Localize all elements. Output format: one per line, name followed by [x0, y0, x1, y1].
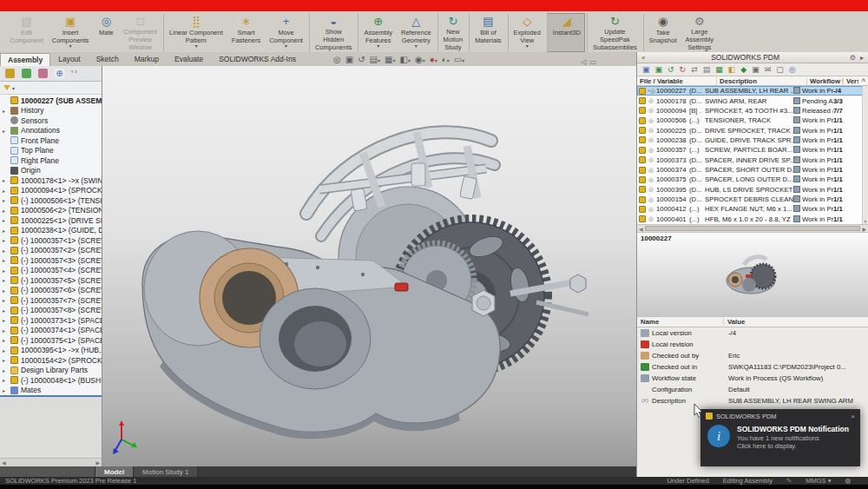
pdm-vertical-scrollbar[interactable]: ▼ [862, 86, 868, 224]
pdm-file-row[interactable]: ◎ 10000373 (D... SPACER, INNER DRIVE SP.… [637, 155, 868, 165]
tree-item[interactable]: ▸ (-) 10000357<7> (SCREW, P. [0, 295, 102, 306]
highlighted-part[interactable] [395, 283, 408, 291]
tree-item[interactable]: ▸ (-) 10000357<1> (SCREW, P. [0, 235, 102, 246]
ribbon-button[interactable]: ◒ Show Hidden Components [309, 13, 357, 52]
tree-item[interactable]: Right Plane [0, 155, 102, 166]
assembly-model[interactable] [102, 66, 636, 466]
expand-arrow-icon[interactable]: ▸ [3, 108, 8, 114]
dimxpertmanager-tab[interactable]: ⊕ [55, 69, 64, 78]
tree-item[interactable]: ▸ (-) 10000373<1> (SPACER, I [0, 315, 102, 326]
tree-item[interactable]: ▸ (-) 10000506<1> (TENSIONE [0, 195, 102, 206]
expand-arrow-icon[interactable]: ▸ [3, 317, 8, 323]
command-tab[interactable]: Assembly [0, 53, 50, 66]
headsup-icon[interactable]: ◐▾ [442, 55, 450, 66]
model-tab[interactable]: Model [95, 466, 134, 477]
pdm-tool-icon[interactable]: ▣ [642, 64, 650, 75]
tree-root-item[interactable]: 10000227 (SUB ASSEMBLY, LH RI [0, 96, 102, 106]
expand-arrow-icon[interactable]: ▸ [3, 257, 8, 263]
pdm-tool-icon[interactable]: ▢ [776, 64, 784, 75]
expand-arrow-icon[interactable]: ▸ [3, 357, 8, 363]
tree-item[interactable]: Front Plane [0, 135, 102, 146]
tree-item[interactable]: ▸ Annotations [0, 126, 102, 136]
pdm-tool-icon[interactable]: ◧ [728, 64, 736, 75]
pdm-file-row[interactable]: ◎ 10000401 (...) HFB, M6 x 1.0 x 20 - 8.… [637, 215, 868, 224]
tree-item[interactable]: Top Plane [0, 146, 102, 156]
pdm-tool-icon[interactable]: ↻ [680, 64, 687, 75]
pdm-property-row[interactable]: Checked out in SWKQA11183 C:\PDM2023\Pro… [637, 361, 868, 373]
pdm-property-row[interactable]: Workflow state Work in Process (QS Workf… [637, 373, 868, 384]
tree-item[interactable]: ▸ 10000238<1> (GUIDE, DRIVE [0, 226, 102, 236]
pdm-tool-icon[interactable]: ▣ [752, 64, 760, 75]
headsup-icon[interactable]: ●▾ [430, 55, 437, 66]
ribbon-button[interactable]: ◎ Mate [93, 13, 119, 52]
headsup-icon[interactable]: ▭▾ [454, 55, 464, 66]
pdm-property-row[interactable]: Local version -/4 [637, 327, 868, 339]
chevron-down-icon[interactable]: ▾ [12, 85, 15, 91]
expand-arrow-icon[interactable]: ▸ [3, 387, 8, 393]
tree-item[interactable]: ▸ (-) 10000357<8> (SCREW, P. [0, 306, 102, 316]
tree-item[interactable]: ▸ Design Library Parts [0, 366, 102, 376]
pdm-file-row[interactable]: ◎ 10000395 (D... HUB, LS DRIVE SPROCKET … [637, 185, 868, 195]
filter-icon[interactable] [3, 85, 10, 90]
ribbon-button[interactable]: ◉ Take Snapshot [643, 13, 681, 52]
expand-arrow-icon[interactable]: ▸ [3, 208, 8, 214]
units-dropdown[interactable]: MMGS ▾ [806, 477, 831, 485]
pdm-property-row[interactable]: Configuration Default [637, 384, 868, 395]
pdm-file-row[interactable]: ◎ 10000506 (...) TENSIONER, TRACK Work i… [637, 116, 868, 125]
tree-item[interactable]: ▸ 10000154<2> (SPROCKET DI [0, 355, 102, 366]
pdm-notification-toast[interactable]: SOLIDWORKS PDM × i SOLIDWORKS PDM Notifi… [700, 409, 860, 466]
pdm-file-row[interactable]: ◎ 10000238 (D... GUIDE, DRIVE TRACK SPR.… [637, 135, 868, 145]
ribbon-button[interactable]: ∗ Smart Fasteners [227, 13, 265, 52]
headsup-icon[interactable]: ▦▾ [385, 55, 395, 66]
pdm-file-row[interactable]: ◎ 10000412 (...) HEX FLANGE NUT, M6 x 1.… [637, 204, 868, 214]
pdm-column-headers[interactable]: File / Variable Description Workflow Sta… [637, 76, 868, 86]
tree-item[interactable]: ▸ (-) 10000357<5> (SCREW, P. [0, 275, 102, 286]
tree-item[interactable]: ▸ (-) 10000357<2> (SCREW, P. [0, 246, 102, 256]
expand-arrow-icon[interactable]: ▸ [3, 337, 8, 343]
ribbon-button[interactable]: ↻ New Motion Study [437, 13, 468, 52]
expand-arrow-icon[interactable]: ▸ [3, 237, 8, 243]
toast-body[interactable]: i SOLIDWORKS PDM Notification You have 1… [700, 423, 860, 453]
headsup-icon[interactable]: ◉▾ [415, 55, 425, 66]
pdm-tool-icon[interactable]: ▤ [703, 64, 711, 75]
tree-item[interactable]: Origin [0, 166, 102, 176]
gear-icon[interactable]: ⚙ [850, 54, 856, 62]
ribbon-button[interactable]: ▤ Bill of Materials [469, 13, 505, 52]
tree-horizontal-scrollbar[interactable]: ◀▶ [0, 458, 102, 466]
pdm-tool-icon[interactable]: ↺ [667, 64, 674, 75]
expand-arrow-icon[interactable]: ▸ [3, 287, 8, 294]
tree-item[interactable]: ▸ (-) 10000357<3> (SCREW, P. [0, 255, 102, 266]
pane-buttons[interactable]: ◁▭ [581, 58, 596, 66]
status-globe-icon[interactable]: ◍ [845, 477, 851, 485]
ribbon-button[interactable]: ◇ Exploded View ▾ [508, 13, 545, 52]
pdm-tool-icon[interactable]: ▦ [715, 64, 723, 75]
pdm-file-row[interactable]: ◎ 10000154 (D... SPROCKET DEBRIS CLEAN..… [637, 195, 868, 204]
featuremanager-tree-tab[interactable] [5, 69, 15, 78]
model-tab[interactable]: Motion Study 1 [134, 466, 198, 477]
ribbon-button[interactable]: △ Reference Geometry ▾ [397, 13, 436, 52]
expand-arrow-icon[interactable]: ▸ [3, 217, 8, 223]
pdm-file-row[interactable]: ◔◎ 10000227 (D... SUB ASSEMBLY, LH REAR … [637, 86, 868, 96]
ribbon-button[interactable]: ↻ Update SpeedPak Subassemblies [587, 13, 641, 52]
tree-item[interactable]: ▸ 10000094<1> (SPROCKET, 4 [0, 186, 102, 196]
pdm-file-row[interactable]: ◎ 10000094 [B] . SPROCKET, 45 TOOTH #3..… [637, 106, 868, 116]
expand-arrow-icon[interactable]: ▸ [3, 188, 8, 194]
configurationmanager-tab[interactable] [38, 69, 48, 78]
tree-item[interactable]: ▸ (-) 10000357<6> (SCREW, P. [0, 286, 102, 296]
headsup-icon[interactable]: ◧▾ [399, 55, 410, 66]
close-icon[interactable]: × [851, 413, 855, 420]
pdm-property-row[interactable]: Local revision [637, 339, 868, 350]
toast-line2[interactable]: Click here to display. [737, 442, 849, 450]
pdm-horizontal-scrollbar[interactable]: ◀▶ [637, 224, 868, 233]
expand-arrow-icon[interactable]: ▸ [3, 347, 8, 354]
tree-item[interactable]: ▸ (-) 10000357<4> (SCREW, P. [0, 266, 102, 276]
pdm-file-row[interactable]: ◎ 10000357 (...) SCREW, PARTICLE BOAR...… [637, 145, 868, 155]
expand-arrow-icon[interactable]: ▸ [3, 377, 8, 383]
ribbon-button[interactable]: ⊕ Assembly Features ▾ [358, 13, 397, 52]
tree-item[interactable]: ▸ (-) 10000375<1> (SPACER, L [0, 335, 102, 346]
ribbon-button[interactable]: ▣ Insert Components ▾ [48, 13, 94, 52]
ribbon-button[interactable]: ⣿ Linear Component Pattern ▾ [163, 13, 227, 52]
tree-item[interactable]: ▸ 10000395<1> ->x (HUB, LS [0, 346, 102, 356]
headsup-icon[interactable]: ▣ [345, 55, 353, 66]
tree-item[interactable]: ▸ 10000225<1> (DRIVE SPROC [0, 215, 102, 226]
